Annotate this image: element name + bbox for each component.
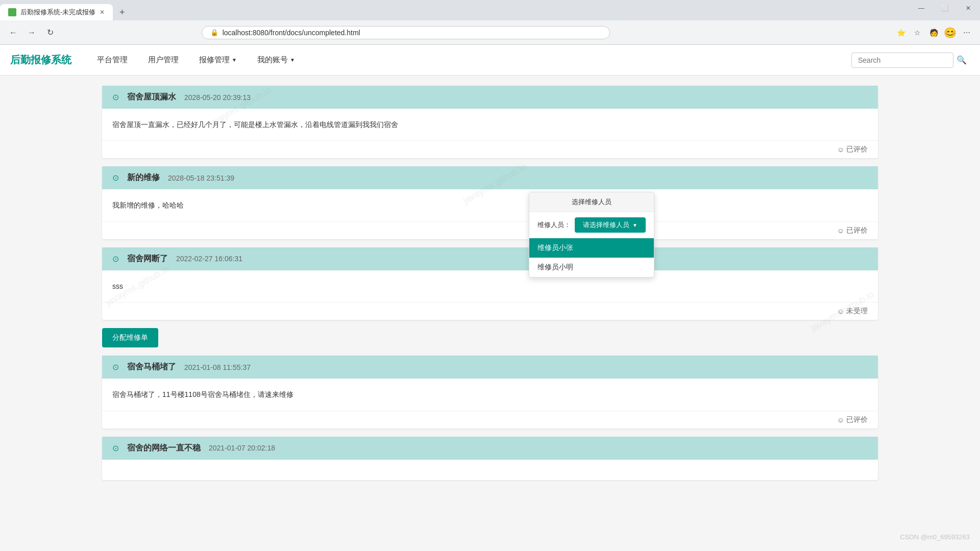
search-input[interactable] [851, 53, 953, 68]
card-title-5: 宿舍的网络一直不稳 [127, 443, 201, 454]
card-footer-2: ☺ 已评价 [102, 221, 878, 239]
dropdown-select-text: 请选择维修人员 [583, 220, 629, 230]
card-body-text-3: sss [112, 281, 868, 292]
card-icon-1: ⊙ [112, 92, 119, 102]
repair-card-1: ⊙ 宿舍屋顶漏水 2028-05-20 20:39:13 宿舍屋顶一直漏水，已经… [102, 86, 878, 158]
dropdown-option-0[interactable]: 维修员小张 [529, 238, 654, 258]
nav-item-platform[interactable]: 平台管理 [87, 45, 138, 76]
assign-button[interactable]: 分配维修单 [102, 328, 158, 347]
dropdown-label: 维修人员： [537, 220, 571, 230]
card-status-4: ☺ 已评价 [837, 415, 868, 424]
status-text-4: 已评价 [846, 415, 868, 424]
card-title-2: 新的维修 [127, 172, 160, 183]
repair-card-2: ⊙ 新的维修 2028-05-18 23:51:39 我新增的维修，哈哈哈 ☺ … [102, 166, 878, 239]
main-content: ⊙ 宿舍屋顶漏水 2028-05-20 20:39:13 宿舍屋顶一直漏水，已经… [0, 76, 980, 551]
card-status-1: ☺ 已评价 [837, 145, 868, 154]
forward-button[interactable]: → [24, 26, 39, 40]
card-date-3: 2022-02-27 16:06:31 [176, 255, 242, 263]
minimize-button[interactable]: — [910, 0, 933, 16]
close-button[interactable]: ✕ [957, 0, 980, 16]
back-button[interactable]: ← [6, 26, 20, 40]
repair-card-3: ⊙ 宿舍网断了 2022-02-27 16:06:31 sss ☺ 未受理 [102, 247, 878, 320]
extensions-button[interactable]: ⭐ [894, 26, 909, 40]
card-title-3: 宿舍网断了 [127, 254, 168, 264]
card-footer-1: ☺ 已评价 [102, 140, 878, 158]
status-icon-3: ☺ [837, 307, 844, 315]
repair-card-5: ⊙ 宿舍的网络一直不稳 2021-01-07 20:02:18 [102, 437, 878, 480]
nav-item-account[interactable]: 我的账号 ▼ [247, 45, 305, 76]
card-header-4: ⊙ 宿舍马桶堵了 2021-01-08 11:55:37 [102, 356, 878, 379]
nav-search: 🔍 [851, 52, 970, 68]
card-body-2: 我新增的维修，哈哈哈 [102, 189, 878, 221]
card-footer-3: ☺ 未受理 [102, 302, 878, 320]
dropdown-select-button[interactable]: 请选择维修人员 ▼ [575, 217, 646, 233]
account-button[interactable]: 🧑 [927, 26, 941, 40]
card-icon-4: ⊙ [112, 362, 119, 372]
maximize-button[interactable]: ⬜ [933, 0, 957, 16]
address-bar: ← → ↻ 🔒 localhost:8080/front/docs/uncomp… [0, 20, 980, 45]
card-icon-3: ⊙ [112, 254, 119, 264]
account-dropdown-arrow: ▼ [290, 57, 295, 63]
search-button[interactable]: 🔍 [953, 52, 970, 68]
card-date-4: 2021-01-08 11:55:37 [184, 363, 251, 371]
card-header-1: ⊙ 宿舍屋顶漏水 2028-05-20 20:39:13 [102, 86, 878, 109]
url-text: localhost:8080/front/docs/uncompleted.ht… [223, 29, 601, 37]
avatar-button[interactable]: 😊 [943, 26, 958, 40]
assign-dropdown: 选择维修人员 维修人员： 请选择维修人员 ▼ 维修员小张 维修员小明 [529, 192, 654, 278]
dropdown-arrow-icon: ▼ [632, 222, 638, 228]
nav-item-repair[interactable]: 报修管理 ▼ [189, 45, 247, 76]
card-date-2: 2028-05-18 23:51:39 [168, 174, 234, 182]
dropdown-trigger-row: 维修人员： 请选择维修人员 ▼ [529, 212, 654, 238]
menu-button[interactable]: ⋯ [960, 26, 974, 40]
card-body-text-1: 宿舍屋顶一直漏水，已经好几个月了，可能是楼上水管漏水，沿着电线管道漏到我我们宿舍 [112, 119, 868, 130]
lock-icon: 🔒 [210, 29, 218, 36]
active-tab[interactable]: 后勤报修系统-未完成报修 ✕ [0, 4, 113, 20]
app-navbar: 后勤报修系统 平台管理 用户管理 报修管理 ▼ 我的账号 ▼ 🔍 [0, 45, 980, 76]
url-box[interactable]: 🔒 localhost:8080/front/docs/uncompleted.… [202, 26, 610, 39]
repair-card-4: ⊙ 宿舍马桶堵了 2021-01-08 11:55:37 宿舍马桶堵了，11号楼… [102, 356, 878, 428]
status-icon-4: ☺ [837, 416, 844, 424]
card-body-5 [102, 460, 878, 480]
tab-title: 后勤报修系统-未完成报修 [20, 8, 95, 17]
card-title-4: 宿舍马桶堵了 [127, 362, 176, 372]
app-logo: 后勤报修系统 [10, 53, 71, 67]
card-body-text-2: 我新增的维修，哈哈哈 [112, 199, 868, 211]
dropdown-header: 选择维修人员 [529, 192, 654, 212]
repair-dropdown-arrow: ▼ [232, 57, 237, 63]
card-date-1: 2028-05-20 20:39:13 [184, 93, 251, 102]
dropdown-option-1[interactable]: 维修员小明 [529, 258, 654, 277]
browser-actions: ⭐ ☆ 🧑 😊 ⋯ [894, 26, 974, 40]
new-tab-button[interactable]: + [115, 5, 129, 19]
card-header-5: ⊙ 宿舍的网络一直不稳 2021-01-07 20:02:18 [102, 437, 878, 460]
status-icon-1: ☺ [837, 145, 844, 154]
status-text-3: 未受理 [846, 307, 868, 316]
tab-close-button[interactable]: ✕ [100, 9, 105, 16]
card-date-5: 2021-01-07 20:02:18 [209, 444, 275, 452]
status-text-2: 已评价 [846, 226, 868, 235]
card-status-2: ☺ 已评价 [837, 226, 868, 235]
tab-favicon [8, 8, 16, 16]
card-status-3: ☺ 未受理 [837, 307, 868, 316]
card-icon-2: ⊙ [112, 173, 119, 183]
reload-button[interactable]: ↻ [43, 26, 57, 40]
card-body-4: 宿舍马桶堵了，11号楼1108号宿舍马桶堵住，请速来维修 [102, 379, 878, 410]
nav-item-users[interactable]: 用户管理 [138, 45, 189, 76]
card-body-3: sss [102, 270, 878, 302]
card-title-1: 宿舍屋顶漏水 [127, 92, 176, 103]
card-body-text-4: 宿舍马桶堵了，11号楼1108号宿舍马桶堵住，请速来维修 [112, 389, 868, 400]
card-icon-5: ⊙ [112, 443, 119, 453]
card-footer-4: ☺ 已评价 [102, 411, 878, 429]
dropdown-options: 维修员小张 维修员小明 [529, 238, 654, 277]
card-header-2: ⊙ 新的维修 2028-05-18 23:51:39 [102, 166, 878, 189]
status-text-1: 已评价 [846, 145, 868, 154]
status-icon-2: ☺ [837, 227, 844, 235]
card-body-1: 宿舍屋顶一直漏水，已经好几个月了，可能是楼上水管漏水，沿着电线管道漏到我我们宿舍 [102, 109, 878, 140]
card-header-3: ⊙ 宿舍网断了 2022-02-27 16:06:31 [102, 247, 878, 270]
nav-items: 平台管理 用户管理 报修管理 ▼ 我的账号 ▼ [87, 45, 851, 76]
favorites-button[interactable]: ☆ [911, 26, 925, 40]
